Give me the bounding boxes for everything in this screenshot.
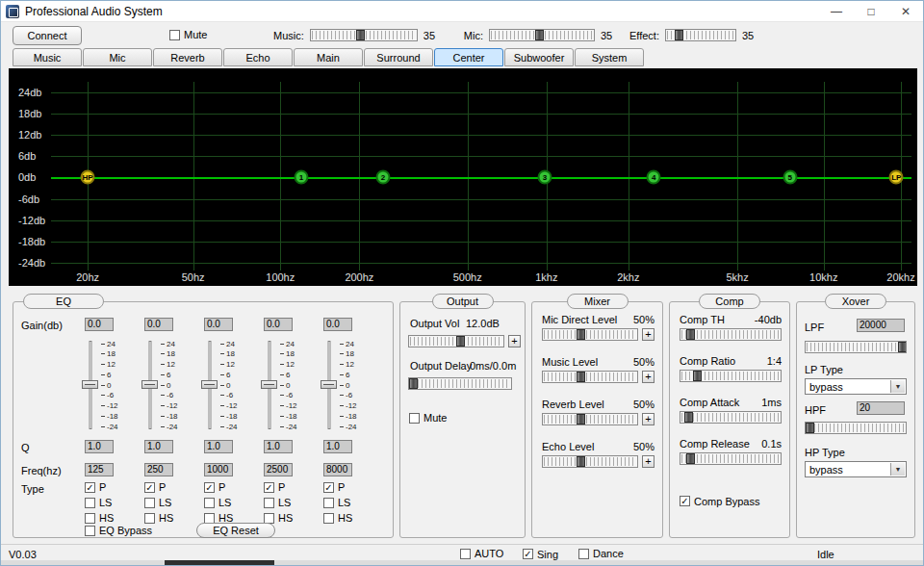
master-slider-3[interactable]	[665, 29, 736, 41]
mixer-plus-button-2[interactable]: +	[642, 371, 654, 383]
hpf-slider[interactable]	[805, 422, 907, 434]
freq-field-band3[interactable]: 1000	[204, 463, 233, 476]
close-icon[interactable]: ✕	[888, 1, 923, 21]
mixer-plus-button-1[interactable]: +	[642, 328, 654, 341]
hpf-slider-thumb[interactable]	[806, 423, 814, 433]
connect-button[interactable]: Connect	[13, 26, 82, 45]
eq-point-5[interactable]: 5	[783, 170, 797, 185]
gain-slider-band4[interactable]: 24181260-6-12-18-24	[260, 339, 312, 431]
type-p-band5[interactable]: ✓P	[323, 481, 383, 493]
q-field-band2[interactable]: 1.0	[144, 440, 173, 453]
mixer-slider-2-thumb[interactable]	[577, 372, 585, 382]
maximize-icon[interactable]: □	[854, 1, 888, 21]
eq-point-4[interactable]: 4	[647, 170, 661, 185]
type-ls-band4-box[interactable]	[264, 498, 274, 508]
output-vol-plus-button[interactable]: +	[508, 335, 521, 347]
type-p-band5-box[interactable]: ✓	[323, 482, 334, 493]
type-ls-band2[interactable]: LS	[144, 497, 204, 508]
type-p-band2-box[interactable]: ✓	[144, 482, 155, 493]
master-slider-1[interactable]	[310, 29, 418, 41]
slider-thumb[interactable]	[82, 380, 98, 389]
gain-slider-track-band2[interactable]	[141, 339, 160, 431]
master-slider-2[interactable]	[489, 29, 595, 41]
eq-bypass-checkbox[interactable]: EQ Bypass	[85, 525, 152, 536]
slider-thumb[interactable]	[141, 380, 158, 389]
q-field-band1[interactable]: 1.0	[85, 440, 114, 453]
comp-slider-3-thumb[interactable]	[684, 412, 693, 423]
mixer-slider-1-thumb[interactable]	[577, 329, 585, 340]
type-ls-band3-box[interactable]	[204, 498, 215, 508]
slider-thumb[interactable]	[201, 380, 218, 389]
lpf-field[interactable]: 20000	[857, 319, 905, 332]
mixer-slider-3[interactable]	[542, 413, 638, 425]
master-slider-1-thumb[interactable]	[356, 30, 365, 40]
freq-field-band1[interactable]: 125	[85, 463, 114, 476]
type-hs-band4-box[interactable]	[264, 513, 274, 524]
eq-point-2[interactable]: 2	[375, 170, 390, 185]
q-field-band4[interactable]: 1.0	[264, 440, 293, 453]
sing-checkbox-box[interactable]: ✓	[523, 549, 533, 559]
dance-checkbox-box[interactable]	[578, 549, 589, 559]
mute-checkbox-box[interactable]	[169, 30, 180, 40]
type-p-band2[interactable]: ✓P	[144, 481, 204, 493]
gain-slider-track-band1[interactable]	[81, 339, 100, 431]
mixer-plus-button-3[interactable]: +	[642, 413, 654, 425]
output-mute-checkbox[interactable]: Mute	[409, 412, 447, 424]
mixer-slider-3-thumb[interactable]	[577, 414, 585, 424]
gain-slider-band1[interactable]: 24181260-6-12-18-24	[81, 339, 133, 431]
comp-slider-2[interactable]	[680, 370, 782, 382]
tab-center[interactable]: Center	[434, 48, 503, 66]
type-hs-band2[interactable]: HS	[144, 512, 204, 524]
gain-slider-track-band3[interactable]	[200, 339, 219, 431]
gain-slider-track-band5[interactable]	[320, 339, 339, 431]
q-field-band3[interactable]: 1.0	[204, 440, 233, 453]
mixer-slider-2[interactable]	[542, 371, 638, 383]
mixer-slider-4[interactable]	[542, 455, 638, 468]
tab-echo[interactable]: Echo	[223, 48, 293, 66]
eq-bypass-checkbox-box[interactable]	[85, 526, 95, 536]
sing-checkbox[interactable]: ✓Sing	[523, 549, 558, 560]
lpf-slider-thumb[interactable]	[898, 342, 907, 352]
hpf-field[interactable]: 20	[857, 401, 905, 415]
hp-type-dropdown[interactable]: bypass ▼	[805, 461, 907, 477]
tab-subwoofer[interactable]: Subwoofer	[504, 48, 574, 66]
slider-thumb[interactable]	[321, 380, 337, 389]
gain-field-band5[interactable]: 0.0	[323, 318, 352, 331]
tab-mic[interactable]: Mic	[83, 48, 152, 66]
tab-main[interactable]: Main	[294, 48, 363, 66]
comp-bypass-checkbox-box[interactable]: ✓	[680, 496, 690, 506]
gain-slider-band5[interactable]: 24181260-6-12-18-24	[320, 339, 372, 431]
output-mute-checkbox-box[interactable]	[409, 413, 420, 424]
type-p-band4-box[interactable]: ✓	[264, 482, 274, 493]
freq-field-band5[interactable]: 8000	[323, 463, 352, 476]
type-p-band4[interactable]: ✓P	[264, 481, 323, 493]
type-hs-band5[interactable]: HS	[323, 512, 383, 524]
comp-slider-4[interactable]	[680, 452, 782, 465]
auto-checkbox[interactable]: AUTO	[460, 548, 503, 559]
tab-music[interactable]: Music	[13, 48, 82, 66]
type-hs-band2-box[interactable]	[144, 513, 155, 524]
comp-bypass-checkbox[interactable]: ✓Comp Bypass	[680, 496, 759, 507]
type-hs-band3-box[interactable]	[204, 513, 215, 524]
tab-reverb[interactable]: Reverb	[153, 48, 222, 66]
output-delay-slider[interactable]	[408, 377, 512, 390]
type-ls-band4[interactable]: LS	[264, 497, 323, 508]
comp-slider-1-thumb[interactable]	[686, 329, 695, 340]
gain-field-band4[interactable]: 0.0	[264, 318, 293, 331]
type-ls-band5-box[interactable]	[323, 498, 334, 508]
type-ls-band1[interactable]: LS	[85, 497, 144, 508]
eq-point-hp[interactable]: HP	[81, 170, 95, 185]
type-hs-band1-box[interactable]	[85, 513, 95, 524]
gain-slider-track-band4[interactable]	[260, 339, 279, 431]
freq-field-band2[interactable]: 250	[144, 463, 173, 476]
master-slider-2-thumb[interactable]	[535, 30, 544, 40]
eq-point-lp[interactable]: LP	[889, 170, 904, 185]
mixer-slider-1[interactable]	[542, 328, 638, 341]
eq-point-1[interactable]: 1	[294, 170, 308, 185]
q-field-band5[interactable]: 1.0	[323, 440, 352, 453]
eq-reset-button[interactable]: EQ Reset	[196, 523, 275, 538]
lp-type-dropdown-arrow-icon[interactable]: ▼	[890, 380, 905, 393]
comp-slider-4-thumb[interactable]	[686, 453, 695, 464]
comp-slider-2-thumb[interactable]	[693, 371, 702, 381]
eq-point-3[interactable]: 3	[537, 170, 552, 185]
